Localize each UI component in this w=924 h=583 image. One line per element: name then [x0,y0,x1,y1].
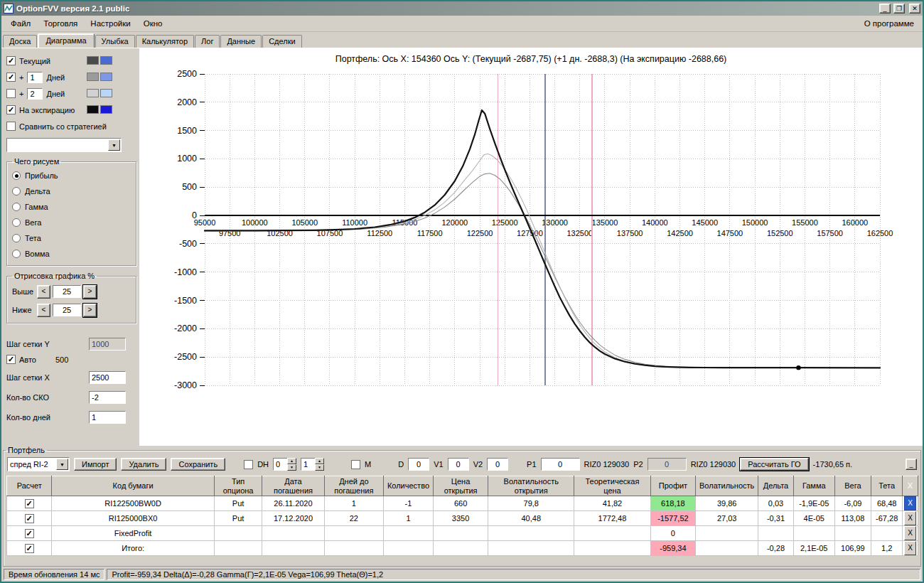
table-header-row: Расчет Код бумаги Тип опциона Дата погаш… [7,476,918,496]
calc-go-button[interactable]: Рассчитать ГО [740,458,808,471]
expiration-checkbox[interactable] [6,105,16,114]
cell-vol [696,526,758,541]
radio-gamma-icon[interactable] [12,203,21,211]
cell-theo-price: 1772,48 [574,511,650,526]
row-delete-button[interactable]: X [904,541,916,555]
series-row-expiration: На экспирацию [6,102,136,118]
v1-input[interactable] [448,458,469,471]
menu-about[interactable]: О программе [859,17,920,30]
tab-sdelki[interactable]: Сделки [262,35,302,48]
dh-spinner-2-input[interactable] [301,458,315,471]
tab-log[interactable]: Лог [195,35,220,48]
row-delete-button[interactable]: X [904,526,916,540]
row-calc-checkbox[interactable] [25,544,34,553]
delete-button[interactable]: Удалить [121,458,166,471]
import-button[interactable]: Импорт [74,458,117,471]
row-calc-checkbox[interactable] [25,514,34,523]
preset-select[interactable]: спред RI-2 ▼ [7,457,70,471]
tab-kalkulyator[interactable]: Калькулятор [136,35,194,48]
minimize-button[interactable]: _ [879,4,891,14]
radio-theta-icon[interactable] [12,234,21,242]
menu-window[interactable]: Окно [137,17,169,30]
spin-down-icon[interactable]: ▼ [287,464,296,471]
sko-input[interactable] [89,391,126,404]
dh-spinner-1-input[interactable] [273,458,287,471]
maximize-button[interactable]: ❐ [893,4,905,14]
below-increase-button[interactable]: > [83,304,97,317]
row-delete-button[interactable]: X [904,511,916,525]
below-decrease-button[interactable]: < [37,304,50,317]
menu-file[interactable]: Файл [4,17,37,30]
draw-group-title: Чего рисуем [12,157,61,166]
plus2-days-input[interactable] [27,88,43,100]
radio-pribyl[interactable]: Прибыль [12,168,131,183]
radio-gamma[interactable]: Гамма [12,199,131,215]
save-button[interactable]: Сохранить [171,458,225,471]
dh-checkbox[interactable] [244,460,253,469]
plus2-plus-label: + [19,90,23,98]
svg-text:1500: 1500 [177,126,197,136]
radio-vega[interactable]: Вега [12,215,131,230]
expiration-label: На экспирацию [19,106,75,114]
cell-expiry [262,526,324,541]
m-checkbox[interactable] [351,460,360,469]
current-checkbox[interactable] [6,56,16,65]
chart-settings-panel: Текущий + Дней + Дней [1,48,139,446]
radio-theta[interactable]: Тета [12,230,131,246]
auto-row: Авто 500 [6,355,126,364]
header-close-all[interactable]: X [903,476,918,496]
cell-code: RI122500BW0D [52,496,214,511]
row-calc-checkbox[interactable] [25,499,34,508]
radio-delta[interactable]: Дельта [12,183,131,199]
radio-delta-icon[interactable] [12,187,21,196]
tab-doska[interactable]: Доска [3,35,37,48]
render-group: Отрисовка графика % Выше < > Ниже < > [6,272,136,323]
preset-dropdown-arrow-icon[interactable]: ▼ [56,459,68,470]
grid-x-input[interactable] [89,371,126,384]
svg-text:-2500: -2500 [174,352,197,362]
plus1-checkbox[interactable] [6,73,16,82]
row-calc-checkbox[interactable] [25,529,34,538]
spin-up-icon[interactable]: ▲ [287,458,296,464]
svg-text:95000: 95000 [194,218,216,227]
radio-vega-icon[interactable] [12,218,21,227]
dropdown-arrow-icon[interactable]: ▼ [108,139,120,151]
cell-profit: -1577,52 [650,511,696,526]
tab-dannye[interactable]: Данные [220,35,262,48]
render-group-title: Отрисовка графика % [12,272,97,280]
menu-trading[interactable]: Торговля [37,17,84,30]
menu-settings[interactable]: Настройки [84,17,136,30]
plus1-days-input[interactable] [27,72,43,83]
cell-theo-price [574,541,650,556]
below-percent-input[interactable] [53,304,81,316]
radio-pribyl-icon[interactable] [12,171,21,180]
cell-code: FixedProfit [52,526,214,541]
cell-vega: -6,09 [834,496,871,511]
row-delete-button[interactable]: X [904,496,916,510]
auto-checkbox[interactable] [6,355,16,364]
above-percent-input[interactable] [53,285,81,298]
above-decrease-button[interactable]: < [37,285,50,299]
spin-up-icon[interactable]: ▲ [315,458,324,464]
d-input[interactable] [408,458,429,471]
radio-vomma-icon[interactable] [12,250,21,258]
tab-diagramma[interactable]: Диаграмма [38,33,94,48]
plus2-checkbox[interactable] [6,89,16,98]
radio-vomma[interactable]: Вомма [12,246,131,262]
preset-select-value: спред RI-2 [8,460,55,469]
spin-down-icon[interactable]: ▼ [315,464,324,471]
v2-input[interactable] [487,458,508,471]
strategy-select[interactable]: ▼ [6,138,122,152]
days-input[interactable] [89,411,126,424]
close-button[interactable]: ✕ [909,4,920,14]
p1-input[interactable] [541,458,580,471]
plus1-label: Дней [46,73,65,82]
cell-days [324,541,383,556]
collapse-button[interactable]: _ [906,459,917,470]
cell-gamma [793,526,834,541]
cell-delta: -0,28 [758,541,794,556]
above-increase-button[interactable]: > [83,285,97,299]
table-row: RI122500BW0D Put 26.11.2020 1 -1 660 79,… [7,496,918,511]
compare-checkbox[interactable] [6,122,16,131]
tab-ulybka[interactable]: Улыбка [95,35,135,48]
